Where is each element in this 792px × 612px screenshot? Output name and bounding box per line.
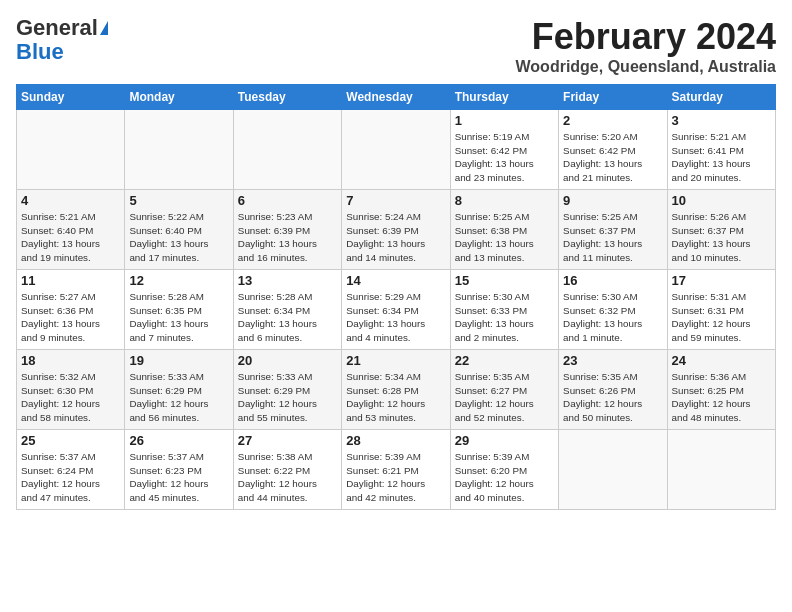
day-info: Sunrise: 5:30 AMSunset: 6:32 PMDaylight:… xyxy=(563,290,662,345)
day-info: Sunrise: 5:27 AMSunset: 6:36 PMDaylight:… xyxy=(21,290,120,345)
calendar-cell: 5Sunrise: 5:22 AMSunset: 6:40 PMDaylight… xyxy=(125,190,233,270)
calendar-cell: 19Sunrise: 5:33 AMSunset: 6:29 PMDayligh… xyxy=(125,350,233,430)
calendar-cell xyxy=(233,110,341,190)
day-number: 28 xyxy=(346,433,445,448)
day-number: 27 xyxy=(238,433,337,448)
calendar-cell xyxy=(125,110,233,190)
calendar-cell: 13Sunrise: 5:28 AMSunset: 6:34 PMDayligh… xyxy=(233,270,341,350)
calendar-cell: 23Sunrise: 5:35 AMSunset: 6:26 PMDayligh… xyxy=(559,350,667,430)
logo-blue-text: Blue xyxy=(16,40,64,64)
day-number: 8 xyxy=(455,193,554,208)
day-number: 22 xyxy=(455,353,554,368)
logo: General Blue xyxy=(16,16,108,64)
calendar-cell: 10Sunrise: 5:26 AMSunset: 6:37 PMDayligh… xyxy=(667,190,775,270)
day-info: Sunrise: 5:37 AMSunset: 6:24 PMDaylight:… xyxy=(21,450,120,505)
calendar-cell xyxy=(342,110,450,190)
location-title: Woodridge, Queensland, Australia xyxy=(516,58,776,76)
day-info: Sunrise: 5:25 AMSunset: 6:38 PMDaylight:… xyxy=(455,210,554,265)
calendar-cell: 2Sunrise: 5:20 AMSunset: 6:42 PMDaylight… xyxy=(559,110,667,190)
calendar-cell xyxy=(667,430,775,510)
day-info: Sunrise: 5:24 AMSunset: 6:39 PMDaylight:… xyxy=(346,210,445,265)
day-number: 24 xyxy=(672,353,771,368)
day-number: 29 xyxy=(455,433,554,448)
day-info: Sunrise: 5:34 AMSunset: 6:28 PMDaylight:… xyxy=(346,370,445,425)
day-info: Sunrise: 5:35 AMSunset: 6:27 PMDaylight:… xyxy=(455,370,554,425)
day-number: 14 xyxy=(346,273,445,288)
calendar-cell: 25Sunrise: 5:37 AMSunset: 6:24 PMDayligh… xyxy=(17,430,125,510)
calendar-cell xyxy=(17,110,125,190)
day-info: Sunrise: 5:30 AMSunset: 6:33 PMDaylight:… xyxy=(455,290,554,345)
day-info: Sunrise: 5:38 AMSunset: 6:22 PMDaylight:… xyxy=(238,450,337,505)
day-info: Sunrise: 5:33 AMSunset: 6:29 PMDaylight:… xyxy=(129,370,228,425)
day-number: 12 xyxy=(129,273,228,288)
day-number: 2 xyxy=(563,113,662,128)
day-info: Sunrise: 5:31 AMSunset: 6:31 PMDaylight:… xyxy=(672,290,771,345)
logo-triangle-icon xyxy=(100,21,108,35)
day-info: Sunrise: 5:25 AMSunset: 6:37 PMDaylight:… xyxy=(563,210,662,265)
calendar-cell: 26Sunrise: 5:37 AMSunset: 6:23 PMDayligh… xyxy=(125,430,233,510)
day-number: 18 xyxy=(21,353,120,368)
day-number: 21 xyxy=(346,353,445,368)
day-number: 25 xyxy=(21,433,120,448)
day-number: 3 xyxy=(672,113,771,128)
day-info: Sunrise: 5:39 AMSunset: 6:20 PMDaylight:… xyxy=(455,450,554,505)
calendar-cell: 29Sunrise: 5:39 AMSunset: 6:20 PMDayligh… xyxy=(450,430,558,510)
day-info: Sunrise: 5:28 AMSunset: 6:34 PMDaylight:… xyxy=(238,290,337,345)
calendar-cell: 9Sunrise: 5:25 AMSunset: 6:37 PMDaylight… xyxy=(559,190,667,270)
day-info: Sunrise: 5:39 AMSunset: 6:21 PMDaylight:… xyxy=(346,450,445,505)
day-info: Sunrise: 5:19 AMSunset: 6:42 PMDaylight:… xyxy=(455,130,554,185)
day-number: 10 xyxy=(672,193,771,208)
day-number: 15 xyxy=(455,273,554,288)
month-title: February 2024 xyxy=(516,16,776,58)
day-info: Sunrise: 5:37 AMSunset: 6:23 PMDaylight:… xyxy=(129,450,228,505)
calendar-cell: 22Sunrise: 5:35 AMSunset: 6:27 PMDayligh… xyxy=(450,350,558,430)
page-header: General Blue February 2024 Woodridge, Qu… xyxy=(16,16,776,76)
day-info: Sunrise: 5:35 AMSunset: 6:26 PMDaylight:… xyxy=(563,370,662,425)
day-number: 26 xyxy=(129,433,228,448)
day-info: Sunrise: 5:36 AMSunset: 6:25 PMDaylight:… xyxy=(672,370,771,425)
calendar-cell: 18Sunrise: 5:32 AMSunset: 6:30 PMDayligh… xyxy=(17,350,125,430)
day-number: 1 xyxy=(455,113,554,128)
calendar-cell: 15Sunrise: 5:30 AMSunset: 6:33 PMDayligh… xyxy=(450,270,558,350)
day-number: 23 xyxy=(563,353,662,368)
calendar-cell xyxy=(559,430,667,510)
weekday-header-tuesday: Tuesday xyxy=(233,85,341,110)
week-row-2: 4Sunrise: 5:21 AMSunset: 6:40 PMDaylight… xyxy=(17,190,776,270)
calendar-cell: 6Sunrise: 5:23 AMSunset: 6:39 PMDaylight… xyxy=(233,190,341,270)
day-number: 13 xyxy=(238,273,337,288)
week-row-4: 18Sunrise: 5:32 AMSunset: 6:30 PMDayligh… xyxy=(17,350,776,430)
calendar-cell: 28Sunrise: 5:39 AMSunset: 6:21 PMDayligh… xyxy=(342,430,450,510)
day-number: 11 xyxy=(21,273,120,288)
calendar-cell: 4Sunrise: 5:21 AMSunset: 6:40 PMDaylight… xyxy=(17,190,125,270)
day-info: Sunrise: 5:32 AMSunset: 6:30 PMDaylight:… xyxy=(21,370,120,425)
day-number: 20 xyxy=(238,353,337,368)
weekday-header-thursday: Thursday xyxy=(450,85,558,110)
weekday-header-row: SundayMondayTuesdayWednesdayThursdayFrid… xyxy=(17,85,776,110)
day-info: Sunrise: 5:22 AMSunset: 6:40 PMDaylight:… xyxy=(129,210,228,265)
day-number: 19 xyxy=(129,353,228,368)
title-block: February 2024 Woodridge, Queensland, Aus… xyxy=(516,16,776,76)
calendar-cell: 20Sunrise: 5:33 AMSunset: 6:29 PMDayligh… xyxy=(233,350,341,430)
calendar-cell: 12Sunrise: 5:28 AMSunset: 6:35 PMDayligh… xyxy=(125,270,233,350)
day-info: Sunrise: 5:33 AMSunset: 6:29 PMDaylight:… xyxy=(238,370,337,425)
day-info: Sunrise: 5:26 AMSunset: 6:37 PMDaylight:… xyxy=(672,210,771,265)
calendar-cell: 11Sunrise: 5:27 AMSunset: 6:36 PMDayligh… xyxy=(17,270,125,350)
day-info: Sunrise: 5:28 AMSunset: 6:35 PMDaylight:… xyxy=(129,290,228,345)
weekday-header-wednesday: Wednesday xyxy=(342,85,450,110)
day-number: 7 xyxy=(346,193,445,208)
weekday-header-monday: Monday xyxy=(125,85,233,110)
calendar-cell: 24Sunrise: 5:36 AMSunset: 6:25 PMDayligh… xyxy=(667,350,775,430)
day-number: 17 xyxy=(672,273,771,288)
weekday-header-sunday: Sunday xyxy=(17,85,125,110)
week-row-3: 11Sunrise: 5:27 AMSunset: 6:36 PMDayligh… xyxy=(17,270,776,350)
week-row-1: 1Sunrise: 5:19 AMSunset: 6:42 PMDaylight… xyxy=(17,110,776,190)
day-number: 16 xyxy=(563,273,662,288)
calendar-cell: 14Sunrise: 5:29 AMSunset: 6:34 PMDayligh… xyxy=(342,270,450,350)
day-number: 6 xyxy=(238,193,337,208)
day-info: Sunrise: 5:23 AMSunset: 6:39 PMDaylight:… xyxy=(238,210,337,265)
logo-general-text: General xyxy=(16,16,98,40)
day-number: 9 xyxy=(563,193,662,208)
day-info: Sunrise: 5:29 AMSunset: 6:34 PMDaylight:… xyxy=(346,290,445,345)
day-info: Sunrise: 5:21 AMSunset: 6:40 PMDaylight:… xyxy=(21,210,120,265)
weekday-header-friday: Friday xyxy=(559,85,667,110)
